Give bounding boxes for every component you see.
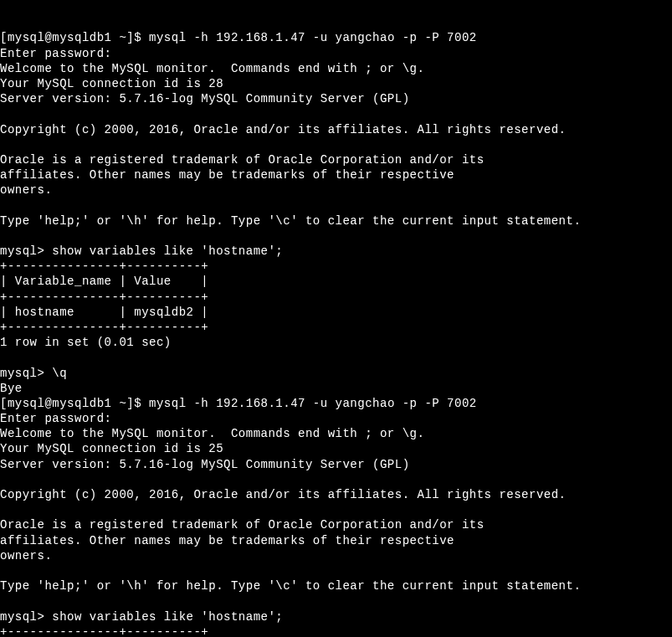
copyright-notice: Copyright (c) 2000, 2016, Oracle and/or … — [0, 122, 672, 137]
trademark-line-2: affiliates. Other names may be trademark… — [0, 533, 672, 548]
copyright-notice: Copyright (c) 2000, 2016, Oracle and/or … — [0, 487, 672, 502]
server-version: Server version: 5.7.16-log MySQL Communi… — [0, 91, 672, 106]
blank-line — [0, 593, 672, 609]
blank-line — [0, 229, 672, 244]
help-instructions: Type 'help;' or '\h' for help. Type '\c'… — [0, 213, 672, 229]
connection-id: Your MySQL connection id is 25 — [0, 441, 672, 456]
mysql-connect-command: mysql -h 192.168.1.47 -u yangchao -p -P … — [149, 397, 477, 410]
table-border-top: +---------------+----------+ — [0, 624, 672, 637]
shell-prompt-line: [mysql@mysqldb1 ~]$ mysql -h 192.168.1.4… — [0, 30, 672, 45]
result-summary: 1 row in set (0.01 sec) — [0, 335, 672, 350]
shell-prompt: [mysql@mysqldb1 ~]$ — [0, 397, 149, 410]
table-border-bottom: +---------------+----------+ — [0, 320, 672, 335]
blank-line — [0, 137, 672, 152]
enter-password-prompt: Enter password: — [0, 46, 672, 61]
welcome-message: Welcome to the MySQL monitor. Commands e… — [0, 61, 672, 76]
table-header-row: | Variable_name | Value | — [0, 274, 672, 289]
connection-id: Your MySQL connection id is 28 — [0, 76, 672, 91]
shell-prompt-line: [mysql@mysqldb1 ~]$ mysql -h 192.168.1.4… — [0, 396, 672, 411]
terminal-output[interactable]: [mysql@mysqldb1 ~]$ mysql -h 192.168.1.4… — [0, 30, 672, 637]
bye-message: Bye — [0, 381, 672, 396]
trademark-line-1: Oracle is a registered trademark of Orac… — [0, 517, 672, 532]
sql-query: show variables like 'hostname'; — [52, 610, 283, 624]
trademark-line-2: affiliates. Other names may be trademark… — [0, 167, 672, 182]
mysql-prompt-line: mysql> \q — [0, 366, 672, 381]
mysql-connect-command: mysql -h 192.168.1.47 -u yangchao -p -P … — [149, 31, 477, 44]
quit-command: \q — [52, 367, 67, 380]
help-instructions: Type 'help;' or '\h' for help. Type '\c'… — [0, 578, 672, 593]
mysql-prompt: mysql> — [0, 367, 52, 380]
enter-password-prompt: Enter password: — [0, 411, 672, 426]
table-data-row: | hostname | mysqldb2 | — [0, 305, 672, 320]
shell-prompt: [mysql@mysqldb1 ~]$ — [0, 31, 149, 44]
mysql-prompt-line: mysql> show variables like 'hostname'; — [0, 609, 672, 624]
table-border-mid: +---------------+----------+ — [0, 290, 672, 305]
table-border-top: +---------------+----------+ — [0, 259, 672, 274]
blank-line — [0, 350, 672, 365]
blank-line — [0, 106, 672, 121]
blank-line — [0, 502, 672, 517]
blank-line — [0, 198, 672, 213]
trademark-line-3: owners. — [0, 548, 672, 563]
trademark-line-3: owners. — [0, 182, 672, 198]
trademark-line-1: Oracle is a registered trademark of Orac… — [0, 152, 672, 167]
mysql-prompt: mysql> — [0, 244, 52, 258]
blank-line — [0, 563, 672, 578]
sql-query: show variables like 'hostname'; — [52, 244, 283, 258]
mysql-prompt-line: mysql> show variables like 'hostname'; — [0, 244, 672, 259]
welcome-message: Welcome to the MySQL monitor. Commands e… — [0, 426, 672, 441]
server-version: Server version: 5.7.16-log MySQL Communi… — [0, 457, 672, 472]
mysql-prompt: mysql> — [0, 610, 52, 624]
blank-line — [0, 472, 672, 487]
